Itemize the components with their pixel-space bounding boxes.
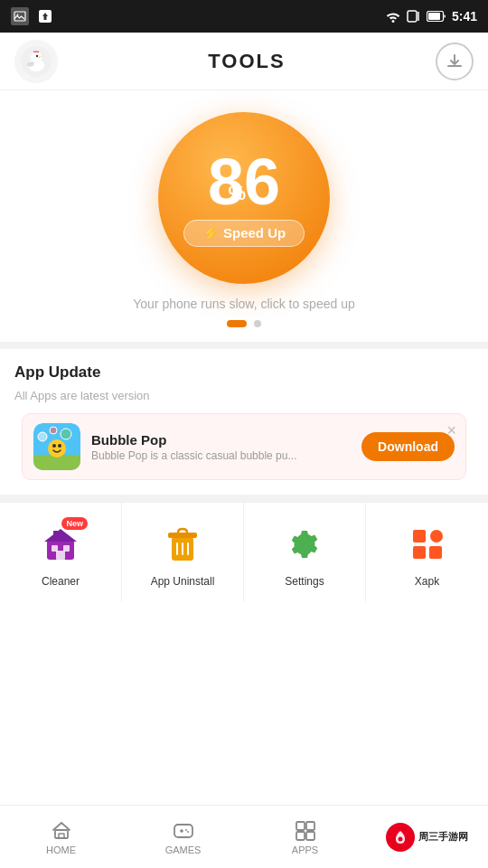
svg-point-40 [185,829,187,831]
svg-rect-23 [52,545,58,552]
ad-app-icon [33,423,80,470]
ad-text-block: Bubble Pop Bubble Pop is a classic casua… [91,432,351,462]
svg-point-20 [61,429,71,439]
svg-rect-44 [296,832,305,840]
svg-rect-33 [413,546,426,559]
brand-icon [391,828,409,846]
nav-home-label: HOME [46,844,76,855]
brand-text: 周三手游网 [418,831,468,842]
brand-circle [386,823,415,852]
svg-rect-27 [168,533,197,538]
svg-rect-36 [59,834,64,838]
battery-icon [427,11,446,22]
uninstall-label: App Uninstall [151,575,215,588]
svg-rect-24 [63,545,70,552]
games-icon [173,819,194,841]
brand-logo-area: 周三手游网 [386,823,468,852]
nav-brand[interactable]: 周三手游网 [366,806,488,868]
new-badge: New [61,517,88,530]
svg-rect-22 [53,531,58,540]
svg-point-16 [52,444,56,448]
ad-close-button[interactable]: × [446,421,456,440]
svg-rect-42 [296,822,305,830]
dot-1 [227,320,247,327]
status-bar-right: 5:41 [385,9,477,24]
svg-rect-34 [429,546,442,559]
svg-rect-3 [44,16,47,20]
download-circle-icon [445,52,465,71]
ad-app-name: Bubble Pop [91,432,351,448]
xapk-label: Xapk [415,575,439,588]
logo-icon [20,45,52,78]
svg-rect-37 [174,825,192,837]
app-update-subtitle: All Apps are latest version [14,389,474,402]
status-bar: 5:41 [0,0,488,33]
svg-point-32 [430,530,443,542]
sim-icon [407,10,421,23]
wifi-icon [385,10,401,23]
xapk-icon [407,524,448,565]
app-update-section: App Update All Apps are latest version × [0,349,488,487]
svg-rect-7 [428,13,440,20]
svg-point-41 [187,831,189,833]
app-icon [36,7,54,25]
settings-icon [284,524,325,565]
nav-home[interactable]: HOME [0,806,122,868]
speed-subtitle: Your phone runs slow, click to speed up [133,297,354,311]
status-bar-left [11,7,54,25]
tools-grid: New Cleaner [0,502,488,602]
svg-point-46 [399,836,403,841]
home-icon [51,819,72,841]
apps-icon [295,819,316,841]
speed-percent-symbol: % [228,182,246,205]
app-logo [14,40,58,83]
nav-apps[interactable]: APPS [244,806,366,868]
ad-banner: × Bubble Pop Bubble Pop is a classic cas… [22,413,466,480]
dot-2 [254,320,261,327]
speed-up-label: ⚡ Speed Up [183,220,305,247]
cleaner-icon-wrap: New [37,521,84,568]
page-title: TOOLS [208,50,285,73]
tool-settings[interactable]: Settings [244,503,366,602]
svg-rect-4 [408,11,417,22]
svg-rect-45 [306,832,314,840]
svg-point-17 [58,444,61,448]
brand-text-line1: 周三手游网 [418,831,468,842]
tool-app-uninstall[interactable]: App Uninstall [122,503,244,602]
uninstall-icon-wrap [159,521,206,568]
svg-rect-25 [56,551,65,560]
app-update-title: App Update [14,363,474,382]
nav-games-label: GAMES [165,844,202,855]
section-divider-1 [0,342,488,349]
ad-download-button[interactable]: Download [361,432,455,461]
cleaner-label: Cleaner [42,575,80,588]
image-icon [11,7,29,25]
svg-point-19 [50,427,57,434]
nav-apps-label: APPS [292,844,318,855]
header: TOOLS [0,33,488,90]
dot-indicators [227,320,261,327]
settings-icon-wrap [281,521,328,568]
svg-point-18 [38,432,47,441]
uninstall-icon [162,524,203,565]
bubble-pop-icon [33,423,80,470]
settings-label: Settings [285,575,324,588]
xapk-icon-wrap [404,521,451,568]
section-divider-2 [0,495,488,502]
nav-games[interactable]: GAMES [122,806,244,868]
svg-point-15 [48,439,66,458]
time-display: 5:41 [452,9,477,24]
tool-cleaner[interactable]: New Cleaner [0,503,122,602]
svg-point-11 [36,54,38,56]
tool-xapk[interactable]: Xapk [366,503,488,602]
speed-section: 86 % ⚡ Speed Up Your phone runs slow, cl… [0,90,488,342]
header-download-button[interactable] [436,42,474,80]
ad-app-desc: Bubble Pop is a classic casual bubble pu… [91,449,351,462]
bottom-nav: HOME GAMES APPS [0,805,488,868]
svg-rect-31 [413,530,426,542]
svg-rect-43 [306,822,314,830]
speed-up-button[interactable]: 86 % ⚡ Speed Up [158,112,330,284]
